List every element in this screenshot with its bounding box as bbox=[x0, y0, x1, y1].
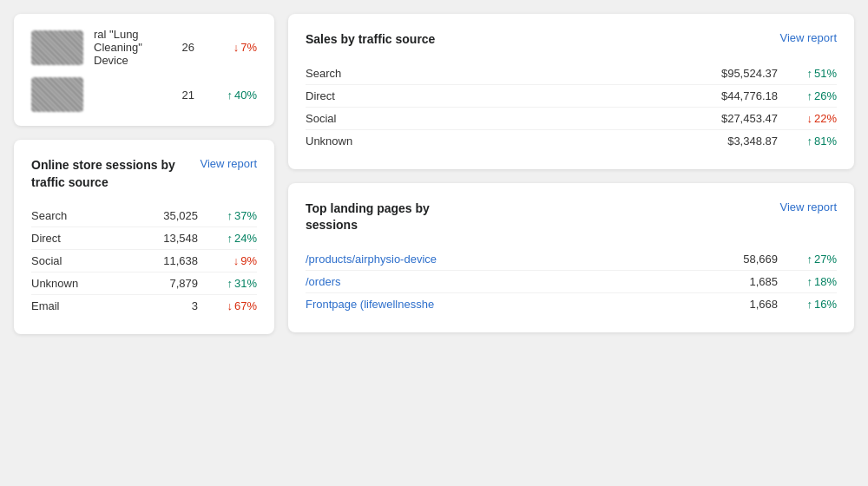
row-value: 1,668 bbox=[717, 298, 778, 311]
arrow-up-icon bbox=[806, 135, 812, 148]
product-image bbox=[31, 77, 83, 112]
row-label: Direct bbox=[306, 89, 700, 102]
card-header: Sales by traffic source View report bbox=[306, 31, 837, 49]
row-change: 9% bbox=[212, 254, 257, 267]
row-label: Social bbox=[31, 254, 137, 267]
sales-by-traffic-card: Sales by traffic source View report Sear… bbox=[288, 14, 854, 169]
row-change: 27% bbox=[792, 253, 837, 266]
arrow-down-icon bbox=[233, 41, 240, 54]
arrow-up-icon bbox=[806, 275, 812, 288]
row-value: 7,879 bbox=[137, 277, 198, 290]
row-change: 22% bbox=[792, 112, 837, 125]
arrow-down-icon bbox=[806, 112, 812, 125]
table-row: Frontpage (lifewellnesshe 1,668 16% bbox=[306, 292, 837, 315]
row-value: 58,669 bbox=[717, 253, 778, 266]
top-products-card: ral "Lung Cleaning" Device 26 7% 21 40% bbox=[14, 14, 274, 126]
product-row: 21 40% bbox=[31, 77, 257, 112]
product-count: 26 bbox=[182, 41, 194, 54]
arrow-up-icon bbox=[227, 277, 233, 290]
sales-card-title: Sales by traffic source bbox=[306, 31, 435, 49]
row-value: $27,453.47 bbox=[700, 112, 778, 125]
row-change: 26% bbox=[792, 89, 837, 102]
arrow-up-icon bbox=[227, 209, 233, 222]
arrow-up-icon bbox=[227, 89, 233, 102]
table-row: Unknown 7,879 31% bbox=[31, 272, 257, 294]
product-count: 21 bbox=[182, 89, 194, 102]
product-row: ral "Lung Cleaning" Device 26 7% bbox=[31, 28, 257, 67]
row-value: $44,776.18 bbox=[700, 89, 778, 102]
arrow-down-icon bbox=[233, 254, 240, 267]
row-label: Search bbox=[31, 209, 137, 222]
product-change: 7% bbox=[212, 41, 257, 54]
product-image bbox=[31, 30, 83, 65]
landing-pages-data-table: /products/airphysio-device 58,669 27% /o… bbox=[306, 248, 837, 315]
row-value: 13,548 bbox=[137, 232, 198, 245]
sessions-view-report-link[interactable]: View report bbox=[200, 157, 257, 170]
landing-page-link[interactable]: Frontpage (lifewellnesshe bbox=[306, 298, 717, 311]
row-change: 81% bbox=[792, 135, 837, 148]
table-row: Search $95,524.37 51% bbox=[306, 62, 837, 84]
table-row: Direct $44,776.18 26% bbox=[306, 84, 837, 107]
table-row: Social 11,638 9% bbox=[31, 249, 257, 272]
arrow-up-icon bbox=[806, 253, 812, 266]
arrow-up-icon bbox=[806, 298, 812, 311]
sales-data-table: Search $95,524.37 51% Direct $44,776.18 … bbox=[306, 62, 837, 152]
row-change: 31% bbox=[212, 277, 257, 290]
arrow-up-icon bbox=[227, 232, 233, 245]
card-header: Online store sessions by traffic source … bbox=[31, 157, 257, 191]
row-change: 24% bbox=[212, 232, 257, 245]
row-value: 1,685 bbox=[717, 275, 778, 288]
row-change: 18% bbox=[792, 275, 837, 288]
table-row: Unknown $3,348.87 81% bbox=[306, 129, 837, 152]
table-row: Social $27,453.47 22% bbox=[306, 107, 837, 129]
row-label: Social bbox=[306, 112, 700, 125]
sales-view-report-link[interactable]: View report bbox=[779, 31, 837, 44]
row-change: 37% bbox=[212, 209, 257, 222]
arrow-down-icon bbox=[227, 299, 233, 312]
row-change: 67% bbox=[212, 299, 257, 312]
table-row: /orders 1,685 18% bbox=[306, 270, 837, 292]
landing-page-link[interactable]: /products/airphysio-device bbox=[306, 253, 717, 266]
sessions-data-table: Search 35,025 37% Direct 13,548 24% Soci… bbox=[31, 205, 257, 317]
landing-pages-view-report-link[interactable]: View report bbox=[779, 200, 837, 213]
row-label: Search bbox=[306, 67, 700, 80]
table-row: /products/airphysio-device 58,669 27% bbox=[306, 248, 837, 270]
row-value: $95,524.37 bbox=[700, 67, 778, 80]
landing-pages-card-title: Top landing pages by sessions bbox=[306, 200, 462, 234]
table-row: Email 3 67% bbox=[31, 294, 257, 317]
row-value: 3 bbox=[137, 299, 198, 312]
arrow-up-icon bbox=[806, 67, 812, 80]
row-label: Unknown bbox=[306, 135, 700, 148]
landing-page-link[interactable]: /orders bbox=[306, 275, 717, 288]
product-label: ral "Lung Cleaning" Device bbox=[94, 28, 172, 67]
table-row: Direct 13,548 24% bbox=[31, 227, 257, 249]
product-change: 40% bbox=[212, 89, 257, 102]
row-value: 11,638 bbox=[137, 254, 198, 267]
sessions-by-traffic-card: Online store sessions by traffic source … bbox=[14, 140, 274, 334]
row-change: 16% bbox=[792, 298, 837, 311]
arrow-up-icon bbox=[806, 89, 812, 102]
row-value: $3,348.87 bbox=[700, 135, 778, 148]
top-landing-pages-card: Top landing pages by sessions View repor… bbox=[288, 183, 854, 332]
card-header: Top landing pages by sessions View repor… bbox=[306, 200, 837, 234]
row-change: 51% bbox=[792, 67, 837, 80]
row-value: 35,025 bbox=[137, 209, 198, 222]
row-label: Email bbox=[31, 299, 137, 312]
table-row: Search 35,025 37% bbox=[31, 205, 257, 227]
row-label: Direct bbox=[31, 232, 137, 245]
sessions-card-title: Online store sessions by traffic source bbox=[31, 157, 187, 191]
row-label: Unknown bbox=[31, 277, 137, 290]
